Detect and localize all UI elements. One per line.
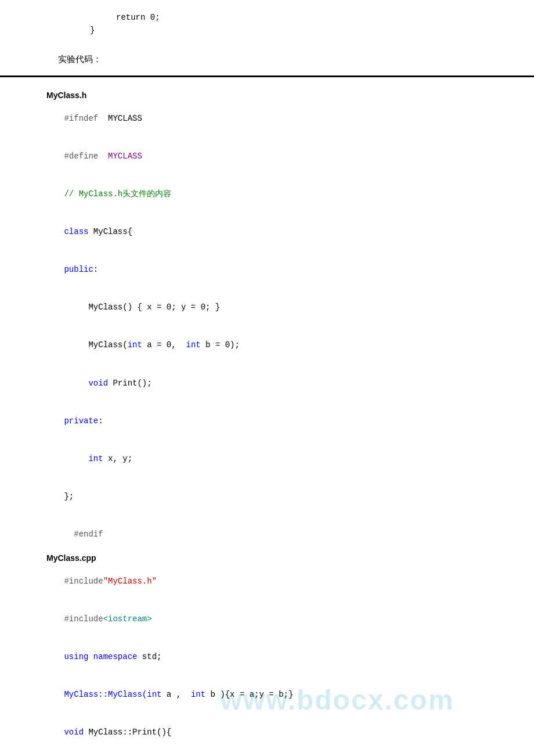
code-line: using namespace std; (35, 638, 499, 676)
code-line: MyClass::MyClass(int a , int b ){x = a;y… (35, 676, 499, 714)
code-line: cout << "x = " << x << endl; (35, 751, 499, 756)
top-divider (0, 75, 534, 77)
code-line: #ifndef MYCLASS (35, 100, 499, 138)
label-section: 实验代码： (0, 42, 534, 71)
myclass-h-title: MyClass.h (46, 91, 499, 100)
code-line: #include"MyClass.h" (35, 563, 499, 600)
code-line: void Print(); (35, 365, 499, 402)
code-line: void MyClass::Print(){ (35, 714, 499, 751)
code-line: #endif (35, 516, 499, 553)
code-line: #define MYCLASS (35, 138, 499, 175)
myclass-cpp-title: MyClass.cpp (46, 553, 499, 563)
code-line: public: (35, 251, 499, 289)
code-line: class MyClass{ (35, 214, 499, 251)
code-line: MyClass() { x = 0; y = 0; } (35, 289, 499, 327)
return-line: return 0; (116, 12, 499, 24)
page-wrapper: return 0; } 实验代码： www.bdocx.com MyClass.… (0, 0, 534, 756)
top-section: return 0; } (0, 0, 534, 42)
code-line: private: (35, 402, 499, 440)
code-line: // MyClass.h头文件的内容 (35, 176, 499, 214)
code-line: int x, y; (35, 440, 499, 478)
brace-line: } (90, 24, 499, 37)
code-block: www.bdocx.com MyClass.h #ifndef MYCLASS … (0, 82, 534, 756)
code-line: }; (35, 478, 499, 516)
code-line: #include<iostream> (35, 600, 499, 638)
code-line: MyClass(int a = 0, int b = 0); (35, 327, 499, 365)
